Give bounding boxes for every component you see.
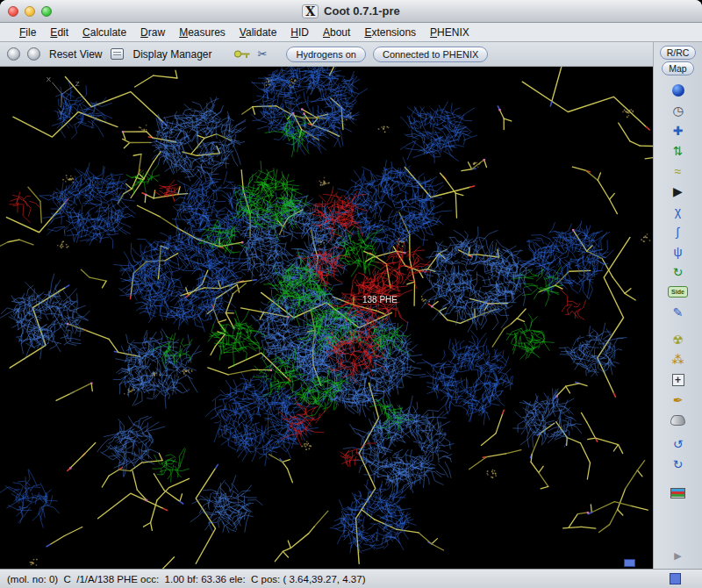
map-button[interactable]: Map (662, 61, 693, 75)
menu-edit[interactable]: Edit (43, 25, 75, 40)
menu-hid[interactable]: HID (283, 25, 316, 40)
flag-icon[interactable] (654, 484, 702, 502)
menu-bar: File Edit Calculate Draw Measures Valida… (0, 23, 702, 42)
main-region: Reset View Display Manager ✂ Hydrogens o… (0, 42, 702, 569)
side-chain-icon[interactable]: Side (654, 283, 702, 301)
app-window: X Coot 0.7.1-pre File Edit Calculate Dra… (0, 0, 702, 588)
status-indicator (670, 573, 681, 584)
toolbar: Reset View Display Manager ✂ Hydrogens o… (0, 42, 653, 67)
redo-icon[interactable]: ↻ (654, 455, 702, 473)
menu-file[interactable]: File (12, 25, 43, 40)
add-glyph: + (672, 374, 684, 386)
menu-calculate[interactable]: Calculate (75, 25, 133, 40)
zoom-button[interactable] (41, 6, 52, 17)
cylinder-glyph (670, 415, 685, 426)
scroll-thumb[interactable] (624, 559, 635, 567)
reset-view-button[interactable]: Reset View (47, 48, 104, 61)
window-controls (8, 6, 52, 17)
menu-extensions[interactable]: Extensions (357, 25, 423, 40)
rotamer-icon[interactable]: ψ (654, 242, 702, 261)
sphere-glyph (672, 84, 684, 97)
brush-icon[interactable]: ✒ (654, 391, 702, 409)
molecule-icon[interactable]: ⁂ (654, 350, 702, 369)
menu-validate[interactable]: Validate (233, 25, 284, 40)
cylinder-icon[interactable] (654, 411, 702, 429)
close-button[interactable] (8, 6, 18, 17)
status-bar: (mol. no: 0) C /1/A/138 PHE occ: 1.00 bf… (0, 569, 702, 588)
sphere-icon[interactable] (654, 81, 702, 99)
scissors-icon[interactable]: ✂ (258, 48, 268, 60)
status-text: (mol. no: 0) C /1/A/138 PHE occ: 1.00 bf… (7, 574, 365, 584)
spring-icon[interactable]: ≈ (654, 161, 702, 180)
title-group: X Coot 0.7.1-pre (302, 4, 400, 18)
side-chain-label: Side (668, 286, 688, 298)
window-title: Coot 0.7.1-pre (324, 4, 400, 18)
add-icon[interactable]: + (654, 370, 702, 389)
pepflip-icon[interactable]: ∫ (654, 222, 702, 240)
toolbar-overflow-icon[interactable]: ▶ (674, 550, 681, 562)
right-toolbar: R/RC Map ◷ ✚ ⇅ ≈ ▶ χ ∫ ψ ↻ Side ✎ ☢ ⁂ + … (653, 42, 702, 569)
undo-icon[interactable]: ↺ (654, 434, 702, 453)
x11-icon: X (302, 4, 319, 18)
refine-arrows-icon[interactable]: ⇅ (654, 141, 702, 160)
rotate-translate-icon[interactable]: ↻ (654, 262, 702, 281)
rrc-button[interactable]: R/RC (660, 46, 697, 60)
menu-about[interactable]: About (316, 25, 357, 40)
translate-icon[interactable]: ✚ (654, 121, 702, 140)
viewport[interactable] (0, 67, 653, 569)
knob-icon-1[interactable] (7, 47, 20, 61)
menu-phenix[interactable]: PHENIX (423, 25, 476, 40)
radiation-icon[interactable]: ☢ (654, 330, 702, 348)
title-bar[interactable]: X Coot 0.7.1-pre (0, 0, 702, 23)
phenix-status-button[interactable]: Connected to PHENIX (373, 47, 488, 62)
display-manager-icon (111, 48, 124, 60)
clock-icon[interactable]: ◷ (654, 101, 702, 119)
play-icon[interactable]: ▶ (654, 182, 702, 200)
display-manager-button[interactable]: Display Manager (131, 48, 213, 61)
pencil-icon[interactable]: ✎ (654, 303, 702, 321)
key-icon[interactable] (233, 47, 251, 62)
flag-glyph (670, 488, 685, 498)
menu-measures[interactable]: Measures (172, 25, 233, 40)
chi-angles-icon[interactable]: χ (654, 202, 702, 220)
menu-draw[interactable]: Draw (133, 25, 172, 40)
molecular-canvas[interactable] (0, 67, 653, 569)
knob-icon-2[interactable] (27, 47, 40, 61)
minimize-button[interactable] (25, 6, 35, 17)
left-column: Reset View Display Manager ✂ Hydrogens o… (0, 42, 653, 569)
hydrogens-toggle-button[interactable]: Hydrogens on (286, 47, 366, 62)
